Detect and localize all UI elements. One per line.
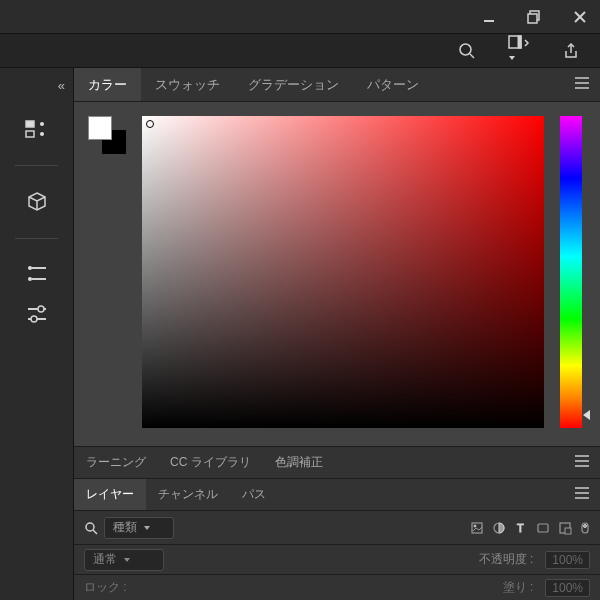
tab-channels[interactable]: チャンネル (146, 479, 230, 510)
maximize-button[interactable] (522, 5, 546, 29)
lock-label: ロック : (84, 579, 127, 596)
opacity-value[interactable]: 100% (545, 551, 590, 569)
brushes-panel-icon[interactable] (25, 263, 49, 285)
app-header-icons (0, 34, 600, 68)
svg-point-13 (40, 122, 44, 126)
filter-shape-icon[interactable] (536, 521, 550, 535)
svg-point-5 (460, 44, 471, 55)
tab-layers[interactable]: レイヤー (74, 479, 146, 510)
svg-point-15 (28, 266, 32, 270)
svg-marker-10 (509, 56, 515, 60)
panel-menu-icon[interactable] (574, 486, 590, 503)
svg-rect-8 (518, 36, 521, 48)
panel-menu-icon[interactable] (574, 454, 590, 471)
svg-text:T: T (517, 522, 524, 534)
tab-color[interactable]: カラー (74, 68, 141, 101)
hue-slider[interactable] (560, 116, 582, 428)
dock-divider (15, 165, 59, 166)
color-saturation-field[interactable] (142, 116, 544, 428)
svg-rect-12 (26, 131, 34, 137)
fg-bg-swatch[interactable] (88, 116, 126, 154)
filter-adjustment-icon[interactable] (492, 521, 506, 535)
collapse-dock-icon[interactable]: « (58, 78, 61, 93)
svg-point-16 (28, 277, 32, 281)
fill-value[interactable]: 100% (545, 579, 590, 597)
svg-point-39 (584, 524, 587, 527)
dock-divider (15, 238, 59, 239)
3d-panel-icon[interactable] (25, 190, 49, 214)
svg-marker-30 (144, 526, 150, 530)
search-icon[interactable] (454, 38, 480, 64)
minimize-button[interactable] (478, 6, 500, 28)
layer-filter-type-dropdown[interactable]: 種類 (104, 517, 174, 539)
layers-panel-tabs: レイヤー チャンネル パス (74, 478, 600, 510)
tab-pattern[interactable]: パターン (353, 68, 433, 101)
panel-menu-icon[interactable] (574, 76, 590, 93)
svg-point-28 (86, 523, 94, 531)
tab-swatches[interactable]: スウォッチ (141, 68, 234, 101)
svg-point-14 (40, 132, 44, 136)
color-panel-tabs: カラー スウォッチ グラデーション パターン (74, 68, 600, 102)
tab-gradient[interactable]: グラデーション (234, 68, 353, 101)
layer-lock-row: ロック : 塗り : 100% (74, 574, 600, 600)
filter-toggle-icon[interactable] (580, 521, 590, 535)
secondary-panel-tabs: ラーニング CC ライブラリ 色調補正 (74, 446, 600, 478)
tab-adjustments[interactable]: 色調補正 (263, 447, 335, 478)
fill-label: 塗り : (503, 579, 534, 596)
svg-point-17 (38, 306, 44, 312)
filter-type-icon[interactable]: T (514, 521, 528, 535)
svg-line-6 (470, 54, 474, 58)
properties-panel-icon[interactable] (24, 119, 50, 141)
blend-mode-dropdown[interactable]: 通常 (84, 549, 164, 571)
svg-rect-2 (528, 14, 537, 23)
share-icon[interactable] (558, 38, 584, 64)
brush-settings-panel-icon[interactable] (25, 303, 49, 325)
blend-mode-value: 通常 (93, 551, 117, 568)
svg-rect-35 (538, 524, 548, 532)
collapsed-panel-dock: « (0, 68, 74, 600)
layer-filter-type-label: 種類 (113, 519, 137, 536)
tab-cc-libraries[interactable]: CC ライブラリ (158, 447, 263, 478)
layer-blend-row: 通常 不透明度 : 100% (74, 544, 600, 574)
close-button[interactable] (568, 5, 592, 29)
svg-rect-11 (26, 121, 34, 127)
workspace-select-icon[interactable] (504, 30, 534, 72)
svg-line-29 (93, 530, 97, 534)
svg-point-18 (31, 316, 37, 322)
svg-rect-37 (565, 528, 571, 534)
hue-slider-cursor (583, 410, 590, 420)
tab-paths[interactable]: パス (230, 479, 278, 510)
layer-filter-row: 種類 T (74, 510, 600, 544)
color-field-cursor (146, 120, 154, 128)
color-picker-panel (74, 102, 600, 446)
svg-point-32 (474, 525, 476, 527)
filter-pixel-icon[interactable] (470, 521, 484, 535)
filter-smartobject-icon[interactable] (558, 521, 572, 535)
svg-marker-40 (124, 558, 130, 562)
opacity-label: 不透明度 : (479, 551, 534, 568)
foreground-color-swatch[interactable] (88, 116, 112, 140)
tab-learning[interactable]: ラーニング (74, 447, 158, 478)
